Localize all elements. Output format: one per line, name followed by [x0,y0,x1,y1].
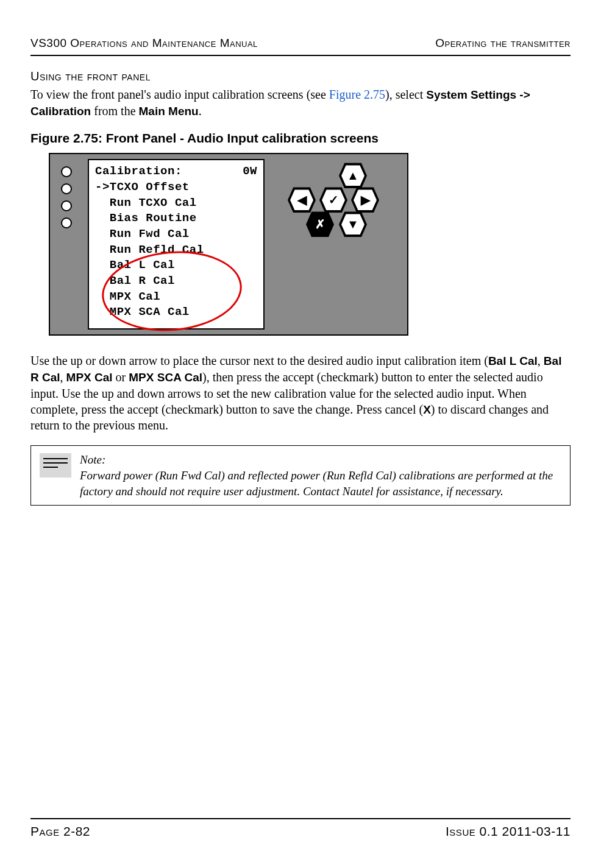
issue-date: Issue 0.1 2011-03-11 [446,824,571,839]
intro-text-a: To view the front panel's audio input ca… [30,88,329,101]
note-box: Note: Forward power (Run Fwd Cal) and re… [30,445,571,506]
x-key: X [423,403,431,416]
intro-paragraph: To view the front panel's audio input ca… [30,86,571,119]
instruction-paragraph: Use the up or down arrow to place the cu… [30,353,571,433]
intro-text-d: . [199,104,202,118]
front-panel: Calibration: 0W ->TCXO Offset Run TCXO C… [49,153,408,336]
down-button[interactable]: ▼ [339,211,367,237]
lcd-title: Calibration: [95,164,182,180]
lcd-item: Bias Routine [95,211,257,227]
dpad: ▲ ◀ ✓ ▶ ✗ ▼ [288,163,394,237]
right-arrow-icon: ▶ [361,192,370,207]
led-column [61,166,72,228]
up-arrow-icon: ▲ [347,169,359,183]
lcd-item: MPX Cal [95,289,257,305]
lcd-item: Bal L Cal [95,258,257,273]
led-indicator [61,200,72,211]
right-button[interactable]: ▶ [351,187,379,213]
lcd-item: MPX SCA Cal [95,305,257,320]
note-body: Forward power (Run Fwd Cal) and reflecte… [80,469,553,498]
cancel-button[interactable]: ✗ [306,211,334,237]
lcd-item: ->TCXO Offset [95,180,257,196]
up-button[interactable]: ▲ [339,163,367,188]
sep: , [538,354,544,367]
accept-button[interactable]: ✓ [319,187,347,213]
page-number: Page 2-82 [30,824,90,839]
header-rule [30,55,571,56]
figure-reference-link[interactable]: Figure 2.75 [329,88,385,101]
down-arrow-icon: ▼ [347,217,359,231]
main-menu-label: Main Menu [139,105,199,118]
left-arrow-icon: ◀ [297,192,307,207]
note-text: Note: Forward power (Run Fwd Cal) and re… [80,452,561,499]
cancel-icon: ✗ [315,217,325,231]
lcd-power: 0W [243,164,257,180]
note-icon [40,453,71,478]
p2-a: Use the up or down arrow to place the cu… [30,354,488,367]
intro-text-b: ), select [385,88,426,101]
intro-text-c: from the [91,104,138,118]
lcd-item: Run Fwd Cal [95,227,257,242]
lcd-item: Run TCXO Cal [95,196,257,211]
header-left: VS300 Operations and Maintenance Manual [30,37,258,50]
cal-mpx-sca: MPX SCA Cal [129,371,202,384]
figure-title: Figure 2.75: Front Panel - Audio Input c… [30,131,571,146]
cal-bal-l: Bal L Cal [488,355,538,367]
header-right: Operating the transmitter [435,37,571,50]
page-header: VS300 Operations and Maintenance Manual … [30,37,571,55]
section-heading: Using the front panel [30,69,571,83]
led-indicator [61,217,72,228]
left-button[interactable]: ◀ [288,187,316,213]
footer-rule [30,818,571,819]
sep: , [60,370,66,384]
note-label: Note: [80,452,561,468]
led-indicator [61,183,72,194]
lcd-item: Run Refld Cal [95,242,257,258]
cal-mpx: MPX Cal [66,371,113,384]
lcd-item: Bal R Cal [95,273,257,289]
page-footer: Page 2-82 Issue 0.1 2011-03-11 [30,818,571,839]
led-indicator [61,166,72,177]
lcd-screen: Calibration: 0W ->TCXO Offset Run TCXO C… [88,159,265,330]
figure-wrap: Calibration: 0W ->TCXO Offset Run TCXO C… [30,153,571,336]
checkmark-icon: ✓ [329,192,339,207]
sep: or [113,370,129,384]
